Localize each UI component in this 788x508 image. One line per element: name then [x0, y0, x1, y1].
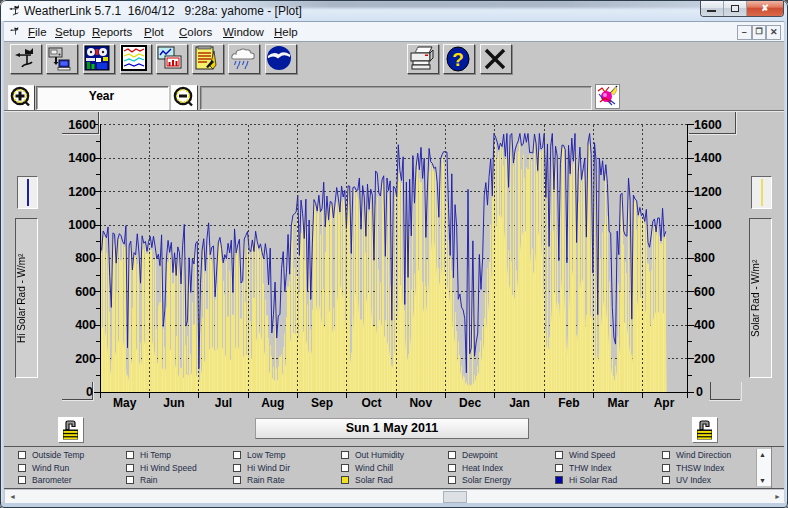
- svg-text:400: 400: [694, 318, 715, 332]
- svg-text:800: 800: [694, 251, 715, 265]
- svg-text:Feb: Feb: [558, 396, 579, 410]
- svg-text:600: 600: [694, 285, 715, 299]
- svg-text:Apr: Apr: [654, 396, 675, 410]
- svg-text:Oct: Oct: [361, 396, 381, 410]
- svg-text:May: May: [113, 396, 137, 410]
- svg-text:Jan: Jan: [509, 396, 530, 410]
- svg-text:1200: 1200: [68, 185, 96, 199]
- svg-text:200: 200: [694, 352, 715, 366]
- svg-text:1400: 1400: [694, 151, 722, 165]
- svg-text:?: ?: [452, 49, 464, 70]
- svg-text:Jun: Jun: [163, 396, 184, 410]
- svg-text:1200: 1200: [694, 185, 722, 199]
- svg-text:1000: 1000: [68, 218, 96, 232]
- svg-text:Dec: Dec: [459, 396, 481, 410]
- svg-text:0: 0: [86, 385, 93, 399]
- svg-text:Nov: Nov: [409, 396, 432, 410]
- svg-text:Aug: Aug: [261, 396, 284, 410]
- svg-text:0: 0: [696, 385, 703, 399]
- svg-text:800: 800: [75, 251, 96, 265]
- svg-text:Jul: Jul: [215, 396, 232, 410]
- svg-text:400: 400: [75, 318, 96, 332]
- svg-text:1400: 1400: [68, 151, 96, 165]
- svg-text:1600: 1600: [694, 118, 722, 132]
- svg-text:Sep: Sep: [311, 396, 333, 410]
- svg-text:Mar: Mar: [608, 396, 630, 410]
- svg-text:600: 600: [75, 285, 96, 299]
- svg-text:1600: 1600: [68, 118, 96, 132]
- svg-text:200: 200: [75, 352, 96, 366]
- svg-text:1000: 1000: [694, 218, 722, 232]
